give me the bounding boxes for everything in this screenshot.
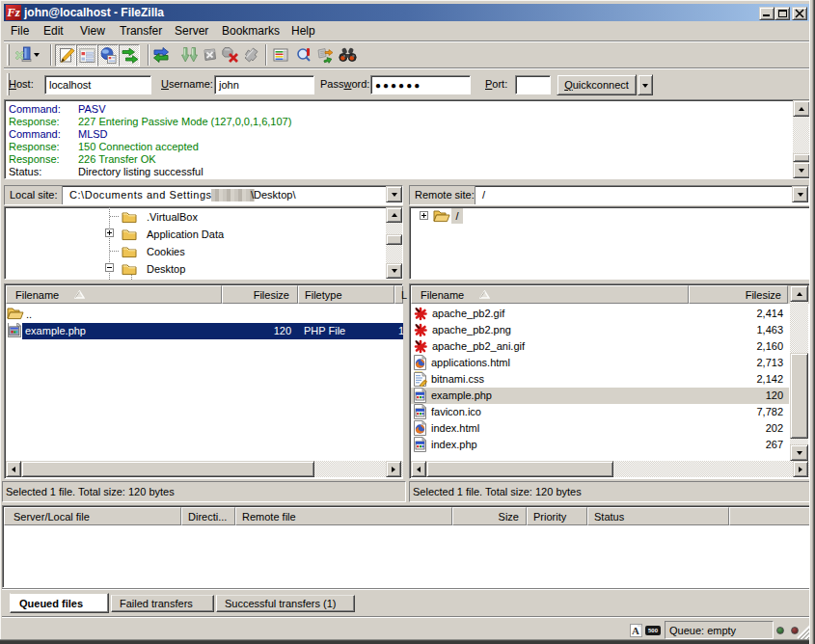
svg-text:A: A — [632, 625, 639, 636]
